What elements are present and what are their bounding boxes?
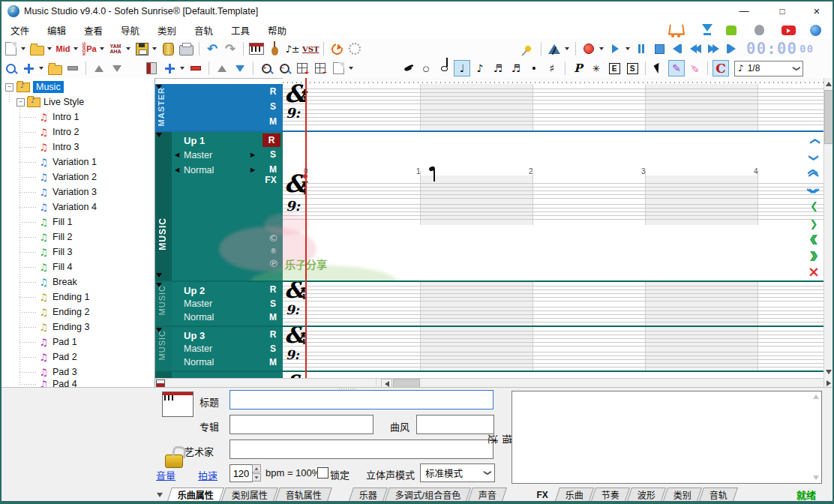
tab-list-dropdown[interactable]: [153, 490, 166, 500]
undo-icon[interactable]: ↶: [204, 40, 220, 57]
zoom-in-icon[interactable]: +: [258, 60, 274, 76]
genre-input[interactable]: [416, 415, 494, 434]
master-track-header[interactable]: [155, 84, 283, 130]
add-folder-icon[interactable]: [46, 60, 63, 76]
close-button[interactable]: ×: [806, 3, 828, 20]
up1-fx-button[interactable]: FX: [260, 175, 282, 185]
up2-track-header[interactable]: [155, 282, 283, 326]
sixteenth-note-tool[interactable]: ♬: [490, 60, 506, 76]
up2-staff[interactable]: & 9: 44: [283, 282, 824, 326]
scrollbar-splitter[interactable]: [376, 379, 376, 387]
move-up-icon[interactable]: [91, 60, 107, 76]
delete-note-button[interactable]: ×: [806, 264, 822, 279]
tree-item[interactable]: ♫Break: [38, 275, 77, 289]
move-note-down-button[interactable]: ❯: [806, 150, 822, 165]
cart-icon[interactable]: [668, 25, 685, 35]
insert-measure-icon[interactable]: +: [294, 60, 310, 76]
desc-scroll-down[interactable]: [812, 473, 820, 482]
tab-category[interactable]: 类别: [663, 488, 702, 501]
add-category-icon[interactable]: [20, 60, 37, 76]
playhead-marker[interactable]: [303, 174, 308, 178]
shift-left-button[interactable]: ❯: [806, 200, 822, 214]
step-forward-button[interactable]: [723, 40, 740, 57]
open-file-dropdown[interactable]: [47, 47, 52, 50]
tree-item[interactable]: ♫Variation 4: [38, 200, 97, 214]
album-input[interactable]: [230, 415, 374, 434]
up1-solo-button[interactable]: S: [266, 149, 280, 160]
youtube-icon[interactable]: [782, 26, 796, 35]
partial-track-header[interactable]: [155, 372, 283, 378]
tab-track[interactable]: 音轨: [699, 488, 738, 501]
tab-track-properties[interactable]: 音轨属性: [275, 488, 332, 501]
tree-item[interactable]: ♫Intro 1: [38, 110, 79, 124]
octave-up-button[interactable]: ❯❯: [806, 166, 822, 182]
expression-tool[interactable]: E: [606, 60, 622, 76]
tree-item[interactable]: ♫Intro 2: [38, 125, 79, 139]
duration-select[interactable]: ♪ 1/8 ❯: [734, 61, 803, 76]
vst-plugins-button[interactable]: VST: [302, 40, 319, 57]
tree-item[interactable]: ♫Variation 2: [38, 170, 97, 184]
title-input[interactable]: [230, 390, 494, 410]
tree-item[interactable]: ♫Fill 3: [38, 245, 72, 259]
snap-magnet-tool[interactable]: C: [712, 60, 729, 76]
quarter-note-tool[interactable]: ♩: [454, 60, 470, 76]
thirtysecond-note-tool[interactable]: ♬: [508, 60, 524, 76]
view-options-icon[interactable]: [330, 60, 346, 76]
tempo-input[interactable]: [230, 464, 253, 482]
web-icon[interactable]: [810, 25, 821, 36]
volume-link[interactable]: 音量: [156, 468, 176, 482]
export-audio-icon[interactable]: [160, 40, 176, 57]
maximize-button[interactable]: □: [771, 3, 794, 20]
tempo-down-button[interactable]: [252, 473, 261, 482]
download-icon[interactable]: [702, 24, 712, 32]
up2-solo-button[interactable]: S: [266, 298, 280, 309]
vscroll-thumb[interactable]: [824, 90, 834, 144]
up3-mode[interactable]: Normal: [184, 357, 214, 368]
fast-forward-button[interactable]: [705, 40, 722, 57]
up1-staff[interactable]: 0 1 2 3 4 & 9: 44: [283, 132, 824, 280]
panel-view-icon[interactable]: [143, 60, 160, 76]
move-note-up-button[interactable]: ❯: [806, 134, 822, 148]
zoom-out-icon[interactable]: −: [276, 60, 292, 76]
up3-instrument[interactable]: Master: [184, 344, 212, 354]
jump-right-button[interactable]: ❯❯: [806, 248, 822, 262]
tree-item[interactable]: ♫Intro 3: [38, 140, 79, 154]
korg-pa-button[interactable]: KORGPa: [81, 40, 98, 57]
pause-button[interactable]: [633, 40, 650, 57]
select-cursor-tool[interactable]: [650, 60, 667, 76]
collapse-triangle-icon[interactable]: [156, 133, 162, 137]
menu-view[interactable]: 查看: [75, 23, 112, 38]
android-icon[interactable]: [726, 26, 736, 35]
save-icon[interactable]: [134, 40, 150, 57]
menu-navigate[interactable]: 导航: [112, 23, 148, 38]
up2-mode[interactable]: Normal: [184, 312, 214, 322]
tab-sound[interactable]: 声音: [468, 488, 507, 501]
play-button[interactable]: [607, 40, 623, 57]
menu-tools[interactable]: 工具: [222, 23, 259, 38]
midi-import-button[interactable]: Mid: [55, 40, 71, 57]
add-category-dropdown[interactable]: [39, 67, 44, 70]
timeline-ruler[interactable]: [283, 78, 824, 84]
shift-right-button[interactable]: ❯: [806, 216, 822, 231]
stereo-mode-select[interactable]: 标准模式 ❯: [420, 464, 495, 482]
vscroll-up-button[interactable]: [824, 80, 834, 88]
stop-button[interactable]: [651, 40, 668, 57]
new-file-icon[interactable]: [2, 40, 19, 57]
dot-tool[interactable]: •: [526, 60, 542, 76]
tree-collapse-group[interactable]: −: [16, 98, 25, 106]
settings-gear-icon[interactable]: [346, 40, 363, 57]
yamaha-dropdown[interactable]: [126, 47, 130, 50]
up3-solo-button[interactable]: S: [266, 344, 280, 354]
track-up-icon[interactable]: [214, 60, 230, 76]
move-down-icon[interactable]: [109, 60, 125, 76]
record-dropdown[interactable]: [599, 47, 604, 50]
tree-item[interactable]: ♫Fill 1: [38, 215, 72, 229]
previous-button[interactable]: [669, 40, 686, 57]
yamaha-button[interactable]: YAMAHA: [107, 40, 124, 57]
up3-track-header[interactable]: [155, 327, 283, 370]
tree-collapse-root[interactable]: −: [5, 83, 14, 92]
remove-category-icon[interactable]: [64, 60, 81, 76]
tempo-link[interactable]: 拍速: [198, 468, 218, 482]
record-button[interactable]: [580, 40, 597, 57]
tree-item[interactable]: ♫Ending 3: [38, 320, 89, 334]
